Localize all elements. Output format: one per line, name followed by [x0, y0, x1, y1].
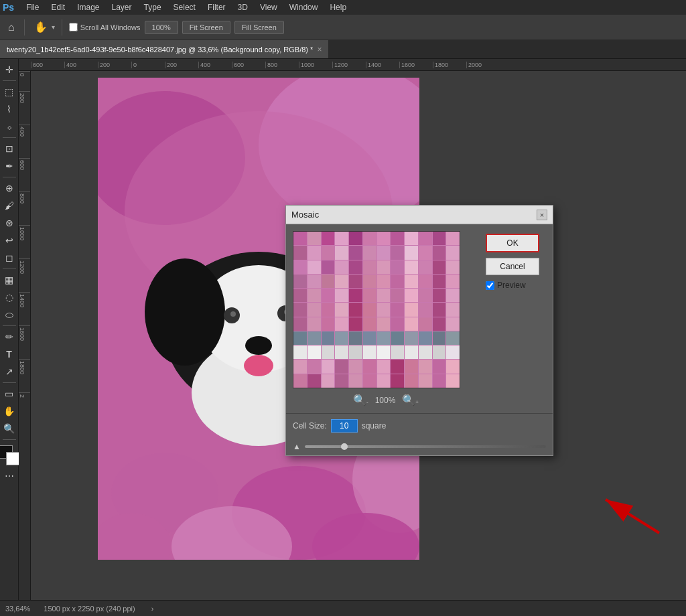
gradient-tool[interactable]: ▦	[1, 272, 17, 288]
blur-tool[interactable]: ◌	[1, 289, 17, 305]
cell-size-slider[interactable]	[305, 445, 546, 448]
magic-wand-tool[interactable]: ⬦	[1, 119, 17, 135]
path-tool[interactable]: ↗	[1, 364, 17, 380]
ok-button[interactable]: OK	[486, 234, 539, 252]
preview-checkbox[interactable]	[486, 281, 494, 290]
text-tool[interactable]: T	[1, 346, 17, 362]
scroll-all-label[interactable]: Scroll All Windows	[69, 23, 141, 31]
hand-dropdown-arrow[interactable]: ▾	[52, 23, 55, 31]
cell-size-label: Cell Size:	[293, 421, 327, 431]
hand-tool[interactable]: ✋	[1, 403, 17, 419]
mosaic-cell	[363, 289, 376, 302]
svg-point-13	[245, 336, 272, 355]
history-brush[interactable]: ↩	[1, 232, 17, 248]
mosaic-cell	[307, 374, 321, 388]
dialog-title-bar: Mosaic ×	[286, 206, 553, 224]
hand-tool-icon[interactable]: ✋	[31, 19, 50, 35]
mosaic-cell	[307, 331, 321, 345]
menu-help[interactable]: Help	[324, 1, 352, 13]
clone-tool[interactable]: ⊛	[1, 215, 17, 231]
slider-thumb[interactable]	[341, 443, 348, 450]
scroll-all-checkbox[interactable]	[69, 23, 78, 31]
mosaic-cell	[307, 232, 321, 245]
fit-screen-btn[interactable]: Fit Screen	[182, 21, 230, 34]
mosaic-cell	[405, 374, 418, 388]
menu-window[interactable]: Window	[284, 1, 324, 13]
brush-tool[interactable]: 🖌	[1, 198, 17, 214]
dialog-close-button[interactable]: ×	[537, 210, 547, 220]
mosaic-cell	[377, 246, 391, 259]
ruler-mark-400n: 400	[64, 62, 98, 68]
menu-filter[interactable]: Filter	[202, 1, 231, 13]
eraser-tool[interactable]: ◻	[1, 250, 17, 266]
mosaic-cell	[349, 374, 362, 388]
mosaic-cell	[293, 246, 307, 259]
ruler-v-0: 0	[19, 71, 30, 91]
menu-select[interactable]: Select	[168, 1, 201, 13]
mosaic-cell	[307, 260, 321, 274]
mosaic-cell	[433, 303, 446, 316]
extra-tool[interactable]: ⋯	[1, 468, 17, 484]
cell-size-unit: square	[362, 421, 387, 431]
cancel-button[interactable]: Cancel	[486, 258, 539, 275]
mosaic-cell	[293, 303, 307, 316]
preview-checkbox-label[interactable]: Preview	[486, 281, 546, 290]
fill-screen-btn[interactable]: Fill Screen	[234, 21, 284, 34]
mosaic-cell	[335, 232, 348, 245]
svg-line-22	[606, 499, 659, 533]
red-arrow-annotation	[586, 486, 666, 540]
menu-view[interactable]: View	[255, 1, 283, 13]
mosaic-cell	[391, 275, 404, 288]
menu-type[interactable]: Type	[139, 1, 167, 13]
mosaic-cell	[293, 345, 307, 359]
mosaic-cell	[391, 232, 404, 245]
pen-tool[interactable]: ✏	[1, 329, 17, 345]
mosaic-cell	[335, 260, 348, 274]
menu-layer[interactable]: Layer	[107, 1, 137, 13]
mosaic-cell	[363, 360, 376, 373]
marquee-tool[interactable]: ⬚	[1, 84, 17, 100]
zoom-tool[interactable]: 🔍	[1, 420, 17, 437]
menu-3d[interactable]: 3D	[232, 1, 253, 13]
color-picker[interactable]	[0, 445, 19, 467]
eyedropper-tool[interactable]: ✒	[1, 158, 17, 174]
menu-edit[interactable]: Edit	[46, 1, 70, 13]
mosaic-cell	[446, 246, 460, 259]
mosaic-cell	[293, 232, 307, 245]
crop-tool[interactable]: ⊡	[1, 141, 17, 157]
mosaic-cell	[293, 374, 307, 388]
ruler-mark-1600: 1600	[399, 62, 433, 68]
dimensions-status: 1500 px x 2250 px (240 ppi)	[44, 605, 135, 613]
mosaic-cell	[433, 275, 446, 288]
mosaic-cell	[335, 331, 348, 345]
lasso-tool[interactable]: ⌇	[1, 101, 17, 117]
ruler-mark-0: 0	[131, 62, 165, 68]
zoom-in-btn[interactable]: 🔍+	[402, 394, 419, 406]
more-arrow[interactable]: ›	[151, 605, 154, 613]
move-tool[interactable]: ✛	[1, 62, 17, 78]
dodge-tool[interactable]: ⬭	[1, 307, 17, 323]
tab-close-btn[interactable]: ×	[317, 45, 322, 54]
cell-size-input[interactable]	[331, 419, 358, 433]
zoom-out-btn[interactable]: 🔍-	[353, 394, 368, 406]
mosaic-cell	[433, 345, 446, 359]
mosaic-cell	[349, 345, 362, 359]
healing-tool[interactable]: ⊕	[1, 180, 17, 196]
background-color[interactable]	[6, 452, 19, 465]
mosaic-cell	[363, 275, 376, 288]
home-icon[interactable]: ⌂	[5, 20, 17, 35]
mosaic-cell	[349, 317, 362, 331]
mosaic-cell	[307, 289, 321, 302]
mosaic-cell	[322, 331, 335, 345]
mosaic-cell	[293, 317, 307, 331]
zoom-level-btn[interactable]: 100%	[145, 21, 178, 34]
slider-triangle-icon: ▲	[293, 442, 301, 451]
menu-image[interactable]: Image	[72, 1, 105, 13]
menu-file[interactable]: File	[21, 1, 44, 13]
mosaic-cell	[405, 331, 418, 345]
shape-tool[interactable]: ▭	[1, 386, 17, 402]
mosaic-cell	[322, 345, 335, 359]
document-tab[interactable]: twenty20_1b42cef5-6ad0-493f-9e50-b8f6c48…	[0, 40, 329, 58]
mosaic-cell	[419, 275, 432, 288]
mosaic-cell	[419, 260, 432, 274]
